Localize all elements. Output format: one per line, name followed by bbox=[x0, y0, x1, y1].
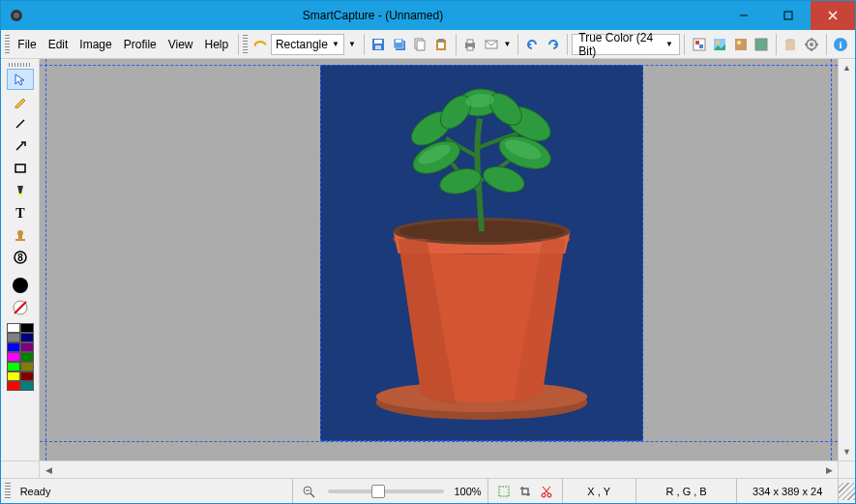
svg-rect-19 bbox=[467, 40, 473, 44]
svg-rect-43 bbox=[18, 193, 22, 196]
captured-image[interactable] bbox=[320, 65, 643, 441]
color-depth-dropdown[interactable]: True Color (24 Bit) ▼ bbox=[572, 34, 680, 55]
palette-swatch[interactable] bbox=[7, 333, 20, 342]
scroll-down-icon[interactable]: ▼ bbox=[839, 443, 855, 460]
resize-grip[interactable] bbox=[839, 483, 855, 500]
canvas-area[interactable] bbox=[40, 59, 838, 460]
copy-icon[interactable] bbox=[410, 33, 431, 56]
menu-file[interactable]: File bbox=[12, 34, 42, 55]
palette-swatch[interactable] bbox=[20, 323, 34, 333]
no-color[interactable] bbox=[7, 297, 34, 318]
menu-image[interactable]: Image bbox=[74, 34, 117, 55]
mail-dropdown[interactable]: ▼ bbox=[502, 40, 514, 48]
capture-mode-dropdown[interactable]: Rectangle ▼ bbox=[271, 34, 344, 55]
settings-icon[interactable] bbox=[801, 33, 822, 56]
clipboard-manager-icon[interactable] bbox=[781, 33, 802, 56]
toolbox-grip[interactable] bbox=[9, 63, 32, 67]
zoom-value: 100% bbox=[454, 486, 481, 497]
palette-swatch[interactable] bbox=[7, 323, 20, 333]
palette-swatch[interactable] bbox=[20, 342, 34, 352]
tool-pencil[interactable] bbox=[7, 91, 34, 112]
palette-swatch[interactable] bbox=[20, 352, 34, 362]
svg-rect-23 bbox=[695, 41, 699, 44]
svg-point-26 bbox=[716, 41, 720, 44]
svg-rect-17 bbox=[438, 43, 444, 48]
svg-point-66 bbox=[480, 162, 527, 196]
undo-icon[interactable] bbox=[521, 33, 543, 56]
info-icon[interactable]: i bbox=[831, 33, 852, 56]
palette-swatch[interactable] bbox=[7, 362, 20, 371]
horizontal-scrollbar[interactable]: ◀ ▶ bbox=[1, 460, 855, 478]
cut-icon[interactable] bbox=[537, 483, 556, 500]
tool-stamp[interactable] bbox=[7, 224, 34, 246]
svg-rect-29 bbox=[755, 39, 767, 50]
svg-rect-16 bbox=[438, 39, 444, 42]
tool-arrow[interactable] bbox=[7, 135, 34, 157]
capture-split-dropdown[interactable]: ▼ bbox=[344, 40, 360, 48]
color-palette[interactable] bbox=[7, 323, 34, 391]
svg-point-75 bbox=[547, 493, 551, 497]
palette-swatch[interactable] bbox=[7, 381, 20, 391]
statusbar-grip[interactable] bbox=[5, 483, 11, 500]
palette-swatch[interactable] bbox=[20, 381, 34, 391]
menu-view[interactable]: View bbox=[162, 34, 199, 55]
svg-line-71 bbox=[310, 493, 314, 497]
menu-edit[interactable]: Edit bbox=[43, 34, 74, 55]
paste-icon[interactable] bbox=[430, 33, 452, 56]
scroll-right-icon[interactable]: ▶ bbox=[820, 461, 838, 478]
capture-icon[interactable] bbox=[250, 33, 271, 56]
minimize-button[interactable] bbox=[722, 1, 766, 30]
scroll-left-icon[interactable]: ◀ bbox=[40, 461, 57, 478]
crop-icon[interactable] bbox=[516, 483, 535, 500]
svg-point-28 bbox=[737, 41, 741, 44]
svg-rect-24 bbox=[699, 44, 703, 48]
svg-rect-20 bbox=[467, 46, 473, 50]
menu-bar: File Edit Image Profile View Help Rectan… bbox=[1, 30, 855, 59]
toolbar-grip[interactable] bbox=[5, 35, 10, 54]
status-rgb: R , G , B bbox=[636, 479, 738, 503]
save-all-icon[interactable] bbox=[389, 33, 410, 56]
scroll-up-icon[interactable]: ▲ bbox=[839, 59, 855, 76]
close-button[interactable] bbox=[811, 1, 855, 30]
status-text: Ready bbox=[15, 479, 294, 503]
effect-3-icon[interactable] bbox=[730, 33, 752, 56]
tool-select[interactable] bbox=[7, 69, 34, 90]
menu-profile[interactable]: Profile bbox=[118, 34, 162, 55]
palette-swatch[interactable] bbox=[20, 371, 34, 381]
effect-4-icon[interactable] bbox=[751, 33, 772, 56]
fit-icon[interactable] bbox=[494, 483, 514, 500]
maximize-button[interactable] bbox=[766, 1, 811, 30]
zoom-slider[interactable] bbox=[328, 489, 444, 493]
tool-text[interactable]: T bbox=[7, 202, 34, 223]
plant-image bbox=[321, 66, 642, 440]
toolbar-grip[interactable] bbox=[243, 35, 248, 54]
svg-text:T: T bbox=[15, 206, 25, 220]
svg-line-41 bbox=[16, 143, 23, 150]
tool-highlight[interactable] bbox=[7, 180, 34, 201]
svg-rect-73 bbox=[499, 487, 509, 496]
svg-point-33 bbox=[810, 43, 813, 46]
svg-rect-27 bbox=[735, 39, 747, 50]
foreground-color[interactable] bbox=[7, 275, 34, 296]
zoom-out-icon[interactable] bbox=[299, 483, 318, 500]
tool-rectangle[interactable] bbox=[7, 158, 34, 179]
palette-swatch[interactable] bbox=[20, 362, 34, 371]
redo-icon[interactable] bbox=[543, 33, 564, 56]
save-icon[interactable] bbox=[369, 33, 390, 56]
svg-rect-31 bbox=[787, 39, 793, 42]
effect-1-icon[interactable] bbox=[689, 33, 710, 56]
print-icon[interactable] bbox=[460, 33, 482, 56]
menu-help[interactable]: Help bbox=[199, 34, 235, 55]
svg-point-74 bbox=[542, 493, 546, 497]
vertical-scrollbar[interactable]: ▲ ▼ bbox=[838, 59, 855, 460]
tool-number[interactable]: 8 bbox=[7, 247, 34, 268]
tool-line[interactable] bbox=[7, 113, 34, 134]
palette-swatch[interactable] bbox=[7, 371, 20, 381]
mail-icon[interactable] bbox=[481, 33, 502, 56]
svg-rect-42 bbox=[15, 164, 25, 172]
palette-swatch[interactable] bbox=[7, 342, 20, 352]
palette-swatch[interactable] bbox=[20, 333, 34, 342]
effect-2-icon[interactable] bbox=[709, 33, 730, 56]
palette-swatch[interactable] bbox=[7, 352, 20, 362]
svg-rect-8 bbox=[374, 40, 382, 44]
